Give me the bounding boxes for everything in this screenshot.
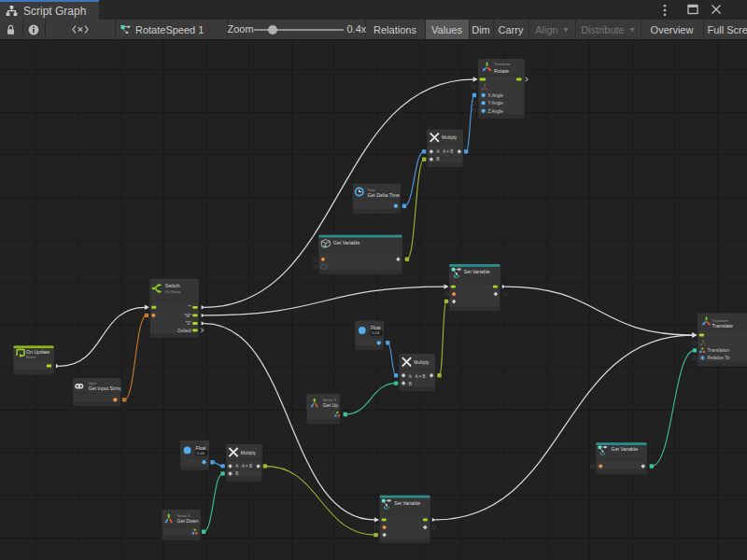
control-port[interactable] bbox=[47, 365, 51, 368]
node-get-down[interactable]: Vector 3Get Down bbox=[162, 510, 201, 540]
value-port[interactable] bbox=[481, 101, 485, 105]
unconnected-port-icon[interactable] bbox=[591, 465, 595, 469]
unconnected-port-icon[interactable] bbox=[692, 342, 696, 345]
wire-endpoint bbox=[210, 460, 214, 464]
code-view-button[interactable] bbox=[46, 20, 117, 39]
node-switch-on-string[interactable]: SwitchOn String"""W""S"Default bbox=[149, 279, 204, 339]
wire-endpoint bbox=[422, 158, 426, 161]
node-get-variable-object[interactable]: Get Variable bbox=[314, 234, 402, 274]
node-body: Float0.01 bbox=[180, 441, 209, 470]
wire-set-variable-2-to-translate[interactable] bbox=[432, 332, 698, 522]
value-port[interactable] bbox=[481, 109, 485, 113]
unconnected-port-icon[interactable] bbox=[314, 265, 317, 269]
control-port[interactable] bbox=[192, 322, 198, 325]
control-port[interactable] bbox=[451, 286, 456, 288]
zoom-slider[interactable] bbox=[254, 29, 344, 31]
zoom-label: Zoom bbox=[228, 23, 254, 35]
value-port[interactable] bbox=[394, 204, 398, 208]
toolbar-button-overview[interactable]: Overview bbox=[641, 20, 704, 39]
wire-endpoint bbox=[220, 471, 224, 475]
node-on-update[interactable]: On UpdateEvent bbox=[13, 345, 54, 375]
breadcrumb-label: RotateSpeed 1 bbox=[135, 24, 204, 35]
node-get-input-string[interactable]: InputGet Input String bbox=[73, 378, 122, 407]
node-get-up[interactable]: Vector 3Get Up bbox=[306, 394, 340, 425]
toolbar-button-distribute[interactable]: Distribute bbox=[576, 20, 641, 39]
wire-switch-w-to-set-variable-1[interactable] bbox=[202, 284, 449, 317]
wire-switch-empty-to-rotate[interactable] bbox=[202, 77, 478, 309]
node-text: On Update bbox=[26, 349, 49, 355]
node-multiply-1[interactable]: MultiplyAA × BB bbox=[427, 130, 463, 168]
unconnected-port-icon[interactable] bbox=[692, 356, 696, 359]
node-text: Y Angle bbox=[487, 101, 503, 105]
wire-get-down-to-multiply-3-b[interactable] bbox=[202, 471, 225, 534]
toolbar-button-values[interactable]: Values bbox=[426, 20, 470, 39]
node-color-bar bbox=[319, 235, 402, 238]
toolbar-button-fullscreen[interactable]: Full Screen bbox=[704, 20, 747, 39]
toolbar-button-carry[interactable]: Carry bbox=[494, 20, 529, 39]
lock-button[interactable] bbox=[0, 20, 23, 39]
control-port[interactable] bbox=[192, 306, 198, 309]
node-text: Rotate bbox=[494, 68, 509, 74]
info-button[interactable] bbox=[23, 20, 46, 39]
node-set-variable-2[interactable]: Set Variable bbox=[374, 495, 436, 543]
node-float-1[interactable]: Float0.01 bbox=[355, 320, 384, 350]
node-color-bar bbox=[14, 345, 54, 348]
node-translate[interactable]: TransformTranslateTranslationRelative To bbox=[692, 313, 747, 366]
node-get-delta-time[interactable]: TimeGet Delta Time bbox=[353, 184, 402, 215]
control-port[interactable] bbox=[192, 315, 198, 317]
wire-endpoint bbox=[693, 348, 697, 352]
breadcrumb-root-graph[interactable]: RotateSpeed 1 bbox=[116, 20, 228, 39]
node-set-variable-1[interactable]: Set Variable bbox=[444, 264, 507, 312]
control-port[interactable] bbox=[493, 286, 498, 288]
toolbar-button-relations[interactable]: Relations bbox=[366, 20, 426, 39]
value-port[interactable] bbox=[377, 341, 381, 344]
wire-switch-s-to-set-variable-2[interactable] bbox=[202, 321, 380, 522]
control-port[interactable] bbox=[699, 333, 704, 336]
maximize-icon[interactable] bbox=[687, 4, 698, 15]
toolbar-button-dim[interactable]: Dim bbox=[470, 20, 494, 39]
control-port[interactable] bbox=[382, 518, 387, 521]
kebab-icon[interactable] bbox=[663, 4, 667, 17]
unconnected-port-icon[interactable] bbox=[444, 292, 448, 296]
node-body: Get Variable bbox=[318, 234, 402, 274]
circle-icon bbox=[359, 327, 366, 334]
wire-get-variable-graph-to-translate[interactable] bbox=[650, 348, 698, 468]
wire-multiply-2-to-set-variable-1[interactable] bbox=[437, 300, 448, 378]
wire-float-2-to-multiply-3-a[interactable] bbox=[210, 460, 224, 469]
wire-source-triangle bbox=[202, 305, 205, 309]
wire-get-up-to-multiply-2-b[interactable] bbox=[344, 381, 399, 416]
wire-set-variable-1-to-translate[interactable] bbox=[502, 285, 698, 338]
node-multiply-2[interactable]: MultiplyAA × BB bbox=[399, 354, 435, 392]
node-body: SwitchOn String"""W""S"Default bbox=[149, 279, 199, 339]
control-port[interactable] bbox=[516, 77, 522, 80]
node-body: TimeGet Delta Time bbox=[353, 184, 402, 215]
value-port[interactable] bbox=[113, 398, 117, 401]
control-port[interactable] bbox=[192, 329, 198, 331]
value-port[interactable] bbox=[481, 93, 485, 97]
node-get-variable-graph[interactable]: Get Variable bbox=[591, 442, 647, 475]
control-port[interactable] bbox=[480, 77, 486, 80]
grid bbox=[0, 40, 747, 560]
control-port[interactable] bbox=[151, 306, 156, 309]
node-text: Transform bbox=[712, 319, 728, 323]
node-text: B bbox=[437, 157, 440, 161]
node-text: Get Down bbox=[176, 518, 198, 524]
node-multiply-3[interactable]: MultiplyAA × BB bbox=[226, 444, 262, 483]
value-port[interactable] bbox=[202, 460, 205, 464]
zoom-slider-thumb[interactable] bbox=[268, 25, 277, 35]
unconnected-port-icon[interactable] bbox=[472, 86, 475, 90]
close-icon[interactable] bbox=[711, 4, 722, 15]
control-port[interactable] bbox=[423, 518, 428, 521]
graph-canvas[interactable]: On UpdateEventInputGet Input StringSwitc… bbox=[0, 40, 747, 560]
node-float-2[interactable]: Float0.01 bbox=[180, 441, 209, 470]
wire-multiply-1-to-x-angle[interactable] bbox=[464, 93, 476, 154]
toolbar-button-align[interactable]: Align bbox=[529, 20, 576, 39]
node-rotate[interactable]: TransformRotateX AngleY AngleZ Angle bbox=[472, 59, 528, 119]
toolbar-button-label: Values bbox=[431, 24, 462, 35]
wire-input-string-to-switch[interactable] bbox=[122, 314, 148, 402]
unconnected-port-icon[interactable] bbox=[432, 525, 436, 529]
unconnected-port-icon[interactable] bbox=[314, 258, 317, 261]
wire-multiply-3-to-set-variable-2[interactable] bbox=[263, 464, 378, 537]
wire-float-1-to-multiply-2-a[interactable] bbox=[386, 341, 398, 377]
node-body: Set Variable bbox=[449, 264, 500, 312]
